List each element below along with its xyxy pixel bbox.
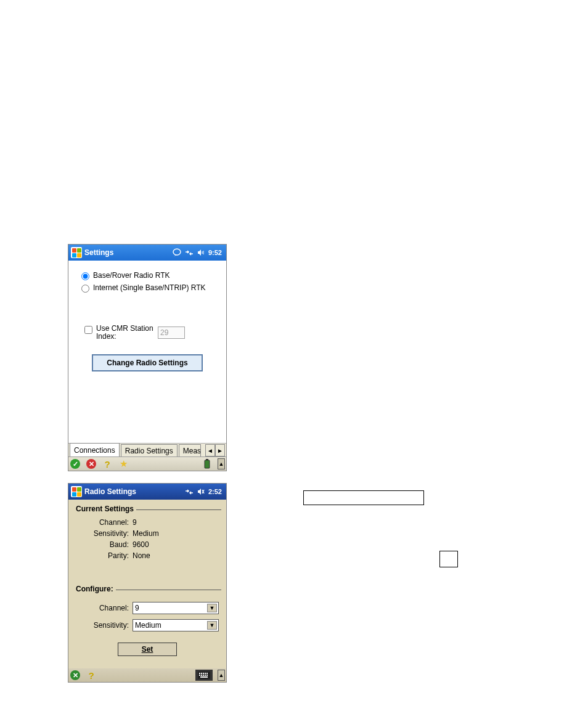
tab-scroll-right[interactable]: ► — [215, 444, 225, 456]
cmr-index-input[interactable] — [158, 327, 185, 339]
sip-up[interactable]: ▲ — [218, 458, 225, 469]
svg-rect-6 — [203, 673, 204, 674]
svg-rect-13 — [206, 675, 208, 676]
tab-measure[interactable]: Meas — [179, 444, 201, 456]
radio-internet[interactable]: Internet (Single Base/NTRIP) RTK — [76, 282, 219, 294]
svg-rect-14 — [200, 676, 208, 678]
star-icon[interactable]: ★ — [118, 458, 129, 469]
window-title: Radio Settings — [84, 487, 136, 496]
start-icon[interactable] — [71, 486, 82, 497]
radio-settings-window: Radio Settings 2:52 Current Settings Cha… — [68, 483, 227, 683]
clock-time[interactable]: 2:52 — [208, 488, 222, 495]
bottom-toolbar: ✕ ? ▲ — [68, 668, 226, 682]
svg-rect-1 — [205, 460, 210, 468]
radio-internet-input[interactable] — [81, 285, 89, 293]
sensitivity-value: Medium — [133, 529, 159, 538]
svg-rect-7 — [205, 673, 206, 674]
svg-rect-9 — [199, 675, 200, 676]
callout-box — [439, 551, 458, 567]
cancel-icon[interactable]: ✕ — [70, 670, 81, 681]
speaker-mute-icon[interactable] — [197, 488, 205, 495]
configure-legend: Configure: — [73, 585, 116, 593]
radio-base-rover[interactable]: Base/Rover Radio RTK — [76, 269, 219, 282]
chat-icon[interactable] — [173, 248, 181, 257]
rtk-mode-group: Base/Rover Radio RTK Internet (Single Ba… — [68, 261, 226, 294]
radio-label: Internet (Single Base/NTRIP) RTK — [93, 283, 206, 292]
ok-icon[interactable]: ✓ — [70, 458, 81, 469]
channel-select-value: 9 — [135, 604, 139, 612]
titlebar: Radio Settings 2:52 — [68, 484, 226, 500]
svg-rect-11 — [203, 675, 204, 676]
help-icon[interactable]: ? — [102, 458, 113, 469]
change-radio-settings-button[interactable]: Change Radio Settings — [92, 354, 203, 371]
svg-rect-2 — [206, 459, 208, 460]
dropdown-icon: ▼ — [207, 604, 217, 612]
channel-label: Channel: — [76, 518, 133, 527]
tab-connections[interactable]: Connections — [70, 443, 120, 456]
channel-value: 9 — [133, 518, 137, 527]
clock-time[interactable]: 9:52 — [208, 249, 222, 256]
window-title: Settings — [84, 248, 113, 257]
svg-point-0 — [173, 249, 181, 255]
svg-rect-5 — [201, 673, 202, 674]
cfg-channel-label: Channel: — [76, 604, 133, 612]
sensitivity-select-value: Medium — [135, 621, 161, 630]
sensitivity-select[interactable]: Medium ▼ — [133, 619, 219, 631]
connection-icon[interactable] — [185, 249, 194, 256]
cmr-station-row: Use CMR Station Index: — [82, 325, 213, 341]
tab-scroll-left[interactable]: ◄ — [205, 444, 215, 456]
titlebar: Settings 9:52 — [68, 245, 226, 261]
cfg-sensitivity-label: Sensitivity: — [76, 621, 133, 630]
baud-label: Baud: — [76, 540, 133, 549]
cmr-label: Use CMR Station Index: — [96, 325, 158, 341]
set-button[interactable]: Set — [118, 643, 177, 656]
settings-window: Settings 9:52 Base/Rover Radio RTK Inter… — [68, 244, 227, 471]
radio-base-rover-input[interactable] — [81, 272, 89, 280]
cmr-checkbox[interactable] — [84, 326, 92, 334]
sensitivity-label: Sensitivity: — [76, 529, 133, 538]
connection-icon[interactable] — [185, 488, 194, 495]
cancel-icon[interactable]: ✕ — [86, 458, 97, 469]
dropdown-icon: ▼ — [207, 621, 217, 630]
svg-rect-10 — [201, 675, 202, 676]
keyboard-icon[interactable] — [195, 670, 213, 681]
baud-value: 9600 — [133, 540, 149, 549]
sip-up[interactable]: ▲ — [218, 670, 225, 681]
content-area: Current Settings Channel: 9 Sensitivity:… — [68, 500, 226, 668]
tab-bar: Connections Radio Settings Meas ◄ ► — [68, 444, 226, 457]
bottom-toolbar: ✓ ✕ ? ★ ▲ — [68, 457, 226, 471]
callout-box — [303, 490, 424, 505]
svg-rect-8 — [206, 673, 208, 674]
speaker-icon[interactable] — [197, 249, 205, 256]
parity-label: Parity: — [76, 551, 133, 560]
current-settings-group: Current Settings Channel: 9 Sensitivity:… — [73, 505, 221, 578]
battery-icon[interactable] — [202, 458, 213, 469]
radio-label: Base/Rover Radio RTK — [93, 271, 170, 280]
start-icon[interactable] — [71, 247, 82, 258]
current-legend: Current Settings — [73, 505, 136, 513]
channel-select[interactable]: 9 ▼ — [133, 602, 219, 614]
configure-group: Configure: Channel: 9 ▼ Sensitivity: Med… — [73, 585, 221, 656]
svg-rect-4 — [199, 673, 200, 674]
svg-rect-12 — [205, 675, 206, 676]
help-icon[interactable]: ? — [86, 670, 97, 681]
content-area: Base/Rover Radio RTK Internet (Single Ba… — [68, 261, 226, 444]
parity-value: None — [133, 551, 150, 560]
tab-radio-settings[interactable]: Radio Settings — [121, 444, 178, 456]
